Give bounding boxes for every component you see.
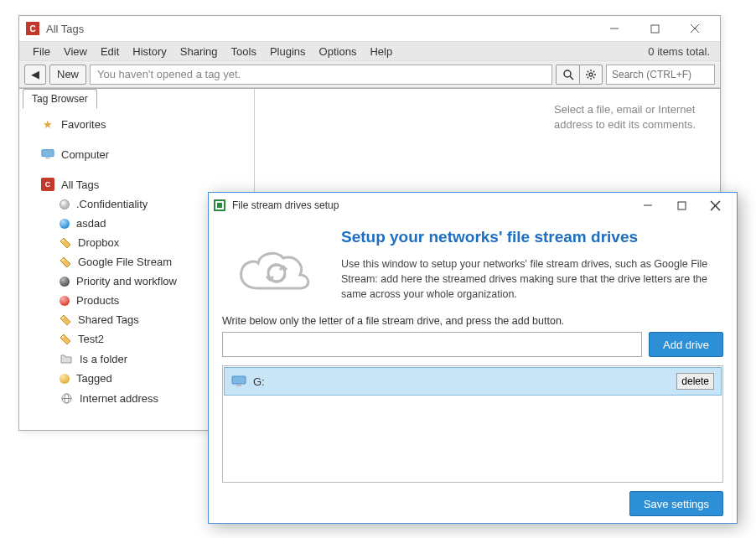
tree-item-label: Dropbox — [78, 236, 119, 249]
maximize-button[interactable] — [639, 20, 670, 37]
items-total-label: 0 items total. — [648, 45, 713, 58]
star-icon: ★ — [41, 117, 54, 131]
tree-item-label: .Confidentiality — [76, 198, 148, 210]
address-bar[interactable]: You haven't opened a tag yet. — [90, 65, 552, 85]
tree-item-label: Tagged — [76, 372, 112, 385]
dot-icon — [60, 199, 70, 210]
svg-rect-8 — [45, 158, 49, 159]
tag-icon — [60, 334, 71, 345]
computer-icon — [41, 147, 54, 161]
search-icon — [562, 69, 574, 80]
dialog-icon — [214, 199, 225, 211]
tab-bar: Tag Browser — [19, 88, 97, 108]
window-controls — [599, 20, 713, 37]
tree-label: All Tags — [61, 178, 99, 191]
settings-button[interactable] — [579, 65, 603, 85]
tree-computer[interactable]: Computer — [26, 144, 247, 164]
menu-history[interactable]: History — [126, 45, 173, 58]
tag-icon — [60, 314, 71, 326]
tree-item-label: Test2 — [78, 333, 104, 345]
tree-item-label: Google File Stream — [78, 256, 172, 268]
modal-minimize-button[interactable] — [631, 195, 665, 215]
instruction-text: Write below only the letter of a file st… — [222, 313, 723, 332]
tag-icon — [60, 256, 71, 268]
dot-icon — [60, 219, 70, 229]
tag-icon — [60, 237, 71, 249]
dialog-heading: Setup your networks' file stream drives — [341, 228, 717, 246]
toolbar: ◀ New You haven't opened a tag yet. — [19, 61, 720, 88]
app-icon: C — [26, 22, 39, 35]
drive-letter-label: G: — [253, 375, 670, 388]
titlebar: C All Tags — [19, 16, 720, 41]
tree-favorites[interactable]: ★ Favorites — [26, 114, 247, 134]
delete-drive-button[interactable]: delete — [676, 373, 714, 390]
svg-rect-1 — [651, 25, 659, 33]
tree-item-label: Is a folder — [80, 353, 127, 365]
dot-icon — [60, 374, 70, 384]
cloud-sync-icon — [229, 228, 321, 302]
svg-point-10 — [62, 259, 64, 261]
window-title: All Tags — [46, 23, 599, 35]
menu-tools[interactable]: Tools — [225, 45, 263, 58]
modal-maximize-button[interactable] — [665, 195, 698, 215]
tree-label: Favorites — [61, 118, 106, 131]
dot-icon — [60, 277, 70, 287]
app-icon: C — [41, 178, 54, 191]
svg-line-5 — [570, 76, 573, 80]
svg-rect-21 — [236, 385, 241, 386]
search-button[interactable] — [556, 65, 579, 85]
dialog-title: File stream drives setup — [232, 199, 631, 211]
tree-item-label: Shared Tags — [78, 313, 139, 326]
tree-label: Computer — [61, 148, 109, 161]
tab-tag-browser[interactable]: Tag Browser — [23, 89, 97, 109]
save-settings-button[interactable]: Save settings — [629, 491, 723, 516]
svg-rect-7 — [42, 150, 54, 157]
tree-item-label: asdad — [76, 217, 106, 230]
close-button[interactable] — [680, 20, 710, 37]
drive-letter-input[interactable] — [222, 332, 642, 357]
back-button[interactable]: ◀ — [24, 65, 46, 85]
file-stream-setup-dialog: File stream drives setup Setup yo — [208, 192, 738, 524]
globe-icon — [60, 391, 73, 405]
gear-icon — [585, 69, 597, 80]
menu-plugins[interactable]: Plugins — [263, 45, 313, 58]
menu-help[interactable]: Help — [363, 45, 399, 58]
drive-row[interactable]: G:delete — [224, 367, 722, 396]
tree-item-label: Products — [76, 294, 119, 307]
dot-icon — [60, 296, 70, 306]
new-button[interactable]: New — [49, 65, 86, 85]
svg-rect-20 — [232, 376, 246, 384]
folder-icon — [60, 352, 73, 365]
menu-view[interactable]: View — [57, 45, 94, 58]
drive-icon — [231, 375, 246, 387]
svg-point-12 — [62, 336, 64, 338]
svg-point-9 — [62, 240, 64, 241]
add-drive-button[interactable]: Add drive — [649, 332, 723, 357]
svg-point-11 — [62, 317, 64, 318]
menu-sharing[interactable]: Sharing — [173, 45, 225, 58]
menubar: File View Edit History Sharing Tools Plu… — [19, 41, 720, 61]
modal-close-button[interactable] — [698, 195, 732, 215]
svg-point-4 — [564, 70, 571, 77]
menu-edit[interactable]: Edit — [94, 45, 126, 58]
drive-list: G:delete — [222, 365, 723, 483]
menu-options[interactable]: Options — [313, 45, 364, 58]
tree-item-label: Internet address — [80, 392, 158, 405]
minimize-button[interactable] — [599, 20, 629, 37]
tree-item-label: Priority and workflow — [76, 275, 177, 287]
right-panel-text: Select a file, email or Internet address… — [554, 102, 710, 132]
search-input[interactable] — [606, 65, 715, 85]
svg-rect-17 — [678, 202, 686, 210]
menu-file[interactable]: File — [26, 45, 57, 58]
svg-point-6 — [589, 73, 593, 76]
modal-titlebar: File stream drives setup — [209, 193, 737, 218]
dialog-description: Use this window to setup your networks' … — [341, 256, 717, 302]
